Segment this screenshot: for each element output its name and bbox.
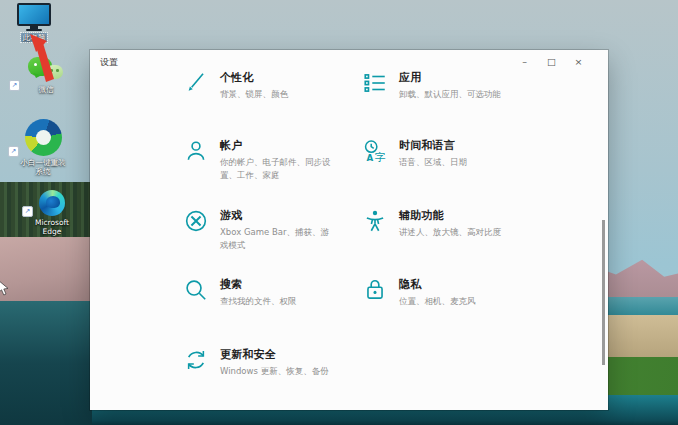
minimize-button[interactable]: – [511,52,538,71]
window-controls: – □ × [511,52,592,71]
category-gaming[interactable]: 游戏 Xbox Game Bar、捕获、游戏模式 [183,208,379,252]
shortcut-arrow-badge: ↗ [22,206,33,217]
category-subtitle: 语音、区域、日期 [399,156,467,169]
category-subtitle: 背景、锁屏、颜色 [220,88,288,101]
category-title: 搜索 [220,277,297,292]
brush-icon [183,70,209,96]
window-title: 设置 [100,56,118,69]
time-language-icon: A 字 [362,138,388,164]
category-subtitle: 你的帐户、电子邮件、同步设置、工作、家庭 [220,156,334,182]
wallpaper-dune [0,237,92,303]
update-refresh-icon [183,347,209,373]
category-subtitle: 卸载、默认应用、可选功能 [399,88,501,101]
xiaobai-reinstall-icon [25,119,62,156]
category-subtitle: 位置、相机、麦克风 [399,295,476,308]
this-pc-icon [17,3,51,31]
red-arrow-annotation [27,33,59,85]
category-privacy[interactable]: 隐私 位置、相机、麦克风 [362,277,558,308]
category-search[interactable]: 搜索 查找我的文件、权限 [183,277,379,308]
category-title: 应用 [399,70,501,85]
wallpaper-dark-water [0,301,92,425]
category-title: 隐私 [399,277,476,292]
desktop-icon-label: 微信 [39,85,54,94]
category-title: 更新和安全 [220,347,329,362]
category-title: 时间和语言 [399,138,467,153]
shortcut-arrow-badge: ↗ [8,146,19,157]
shortcut-arrow-badge: ↗ [9,80,20,91]
svg-text:A: A [367,153,374,163]
maximize-button[interactable]: □ [538,52,565,71]
edge-icon [39,190,65,216]
category-update-security[interactable]: 更新和安全 Windows 更新、恢复、备份 [183,347,379,378]
category-ease-of-access[interactable]: 辅助功能 讲述人、放大镜、高对比度 [362,208,558,239]
category-title: 帐户 [220,138,334,153]
category-personalization[interactable]: 个性化 背景、锁屏、颜色 [183,70,379,101]
category-apps[interactable]: 应用 卸载、默认应用、可选功能 [362,70,558,101]
category-title: 辅助功能 [399,208,501,223]
accessibility-icon [362,208,388,234]
settings-window: 设置 – □ × 个性化 背景、锁屏、颜色 应用 卸载、默认应用、可选功能 [90,50,608,410]
close-button[interactable]: × [565,52,592,71]
desktop-icon-label: 小白一键重装系统 [21,158,66,176]
category-subtitle: 查找我的文件、权限 [220,295,297,308]
apps-list-icon [362,70,388,96]
window-scrollbar[interactable] [602,220,605,365]
category-title: 游戏 [220,208,334,223]
svg-text:字: 字 [374,151,385,164]
category-accounts[interactable]: 帐户 你的帐户、电子邮件、同步设置、工作、家庭 [183,138,379,182]
category-subtitle: 讲述人、放大镜、高对比度 [399,226,501,239]
desktop-icon-label: MicrosoftEdge [35,218,69,236]
category-subtitle: Windows 更新、恢复、备份 [220,365,329,378]
search-icon [183,277,209,303]
category-time-language[interactable]: A 字 时间和语言 语音、区域、日期 [362,138,558,169]
mouse-cursor [0,280,9,297]
account-person-icon [183,138,209,164]
category-title: 个性化 [220,70,288,85]
category-subtitle: Xbox Game Bar、捕获、游戏模式 [220,226,334,252]
desktop-icon-xiaobai-reinstall[interactable]: 小白一键重装系统 [10,119,76,176]
privacy-lock-icon [362,277,388,303]
xbox-icon [183,208,209,234]
